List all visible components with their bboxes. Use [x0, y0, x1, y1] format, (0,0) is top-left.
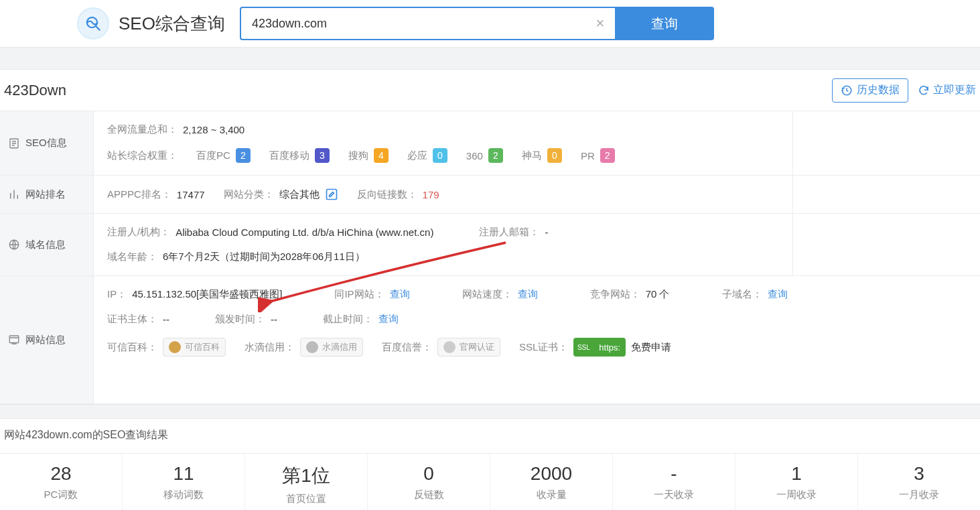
stat-number: 0: [368, 463, 490, 485]
category-value: 综合其他: [279, 188, 320, 201]
document-icon: [8, 137, 20, 149]
weight-badge[interactable]: 0: [433, 148, 447, 163]
stat-caption: PC词数: [0, 489, 122, 501]
registrant-label: 注册人/机构：: [107, 226, 170, 239]
baidu-credit-badge[interactable]: 官网认证: [437, 338, 500, 357]
stat-number: 11: [123, 463, 244, 485]
results-heading: 网站423down.com的SEO查询结果: [0, 419, 980, 454]
weight-item-name: 搜狗: [348, 149, 368, 162]
email-label: 注册人邮箱：: [479, 226, 539, 239]
stat-item[interactable]: 0反链数: [367, 454, 490, 510]
history-button[interactable]: 历史数据: [832, 78, 908, 103]
refresh-icon: [918, 84, 930, 97]
shuidi-label: 水滴信用：: [244, 341, 295, 354]
logo-icon: [77, 7, 109, 40]
weight-badge[interactable]: 2: [488, 148, 503, 163]
stat-number: 1: [736, 463, 857, 485]
stat-caption: 首页位置: [245, 493, 367, 505]
subdomain-label: 子域名：: [722, 288, 762, 301]
stat-caption: 一月收录: [858, 489, 980, 501]
stat-item[interactable]: 28PC词数: [0, 454, 122, 510]
ip-value: 45.151.132.50[美国华盛顿西雅图]: [132, 288, 282, 301]
sameip-label: 同IP网站：: [334, 288, 384, 301]
brand-title: SEO综合查询: [119, 12, 225, 36]
age-label: 域名年龄：: [107, 251, 157, 263]
issue-label: 颁发时间：: [215, 313, 265, 326]
compete-label: 竞争网站：: [590, 288, 640, 301]
section-site-label: 网站信息: [0, 276, 94, 403]
section-rank-label: 网站排名: [0, 176, 94, 213]
stat-number: 28: [0, 463, 122, 485]
stat-caption: 移动词数: [123, 489, 244, 501]
stat-caption: 收录量: [490, 489, 612, 501]
clear-icon[interactable]: ×: [592, 15, 608, 31]
cert-subject-label: 证书主体：: [107, 313, 157, 326]
weight-badge[interactable]: 2: [236, 148, 251, 163]
speed-label: 网站速度：: [462, 288, 512, 301]
stat-number: 3: [858, 463, 980, 485]
category-label: 网站分类：: [224, 188, 274, 201]
search-button[interactable]: 查询: [615, 7, 714, 40]
apppc-label: APPPC排名：: [107, 188, 171, 201]
issue-value: --: [271, 314, 277, 325]
svg-rect-6: [9, 336, 19, 343]
ssl-badge[interactable]: SSLhttps:: [573, 338, 626, 357]
weight-badge[interactable]: 0: [547, 148, 562, 163]
weight-item-name: 百度PC: [196, 149, 230, 162]
weight-item-name: PR: [581, 150, 595, 162]
compete-value: 70 个: [646, 288, 670, 301]
refresh-link[interactable]: 立即更新: [918, 83, 976, 97]
svg-rect-4: [326, 190, 336, 200]
globe-icon: [8, 239, 20, 251]
stat-item[interactable]: 第1位首页位置: [244, 454, 367, 510]
end-query-link[interactable]: 查询: [378, 313, 399, 326]
weight-badge[interactable]: 3: [315, 148, 330, 163]
svg-line-1: [96, 26, 99, 29]
section-domain-label: 域名信息: [0, 214, 94, 275]
stat-number: 2000: [490, 463, 612, 485]
traffic-value: 2,128 ~ 3,400: [183, 124, 244, 135]
apppc-value: 17477: [177, 189, 205, 200]
weight-item-name: 百度移动: [269, 149, 309, 162]
ip-label: IP：: [107, 288, 127, 301]
trust-badge[interactable]: 可信百科: [163, 338, 226, 357]
weight-badge[interactable]: 2: [600, 148, 615, 163]
stat-item[interactable]: 1一周收录: [735, 454, 857, 510]
speed-query-link[interactable]: 查询: [518, 288, 538, 301]
ssl-label: SSL证书：: [519, 341, 568, 354]
registrant-value: Alibaba Cloud Computing Ltd. d/b/a HiChi…: [176, 227, 433, 238]
shuidi-badge[interactable]: 水滴信用: [300, 338, 363, 357]
stat-item[interactable]: 3一月收录: [857, 454, 980, 510]
cert-subject-value: --: [163, 314, 169, 325]
drop-icon: [306, 341, 318, 353]
section-seo-label: SEO信息: [0, 111, 94, 175]
bars-icon: [8, 188, 20, 200]
end-label: 截止时间：: [323, 313, 373, 326]
trust-label: 可信百科：: [107, 341, 157, 354]
stat-number: -: [613, 463, 735, 485]
stat-number: 第1位: [245, 463, 367, 489]
sameip-query-link[interactable]: 查询: [390, 288, 410, 301]
stat-item[interactable]: 2000收录量: [490, 454, 612, 510]
age-value: 6年7个月2天（过期时间为2028年06月11日）: [163, 251, 365, 263]
weight-item-name: 360: [466, 150, 483, 162]
search-input[interactable]: [241, 8, 615, 39]
weight-badge[interactable]: 4: [374, 148, 389, 163]
ssl-apply-link[interactable]: 免费申请: [631, 341, 671, 354]
weight-item-name: 神马: [522, 149, 542, 162]
traffic-label: 全网流量总和：: [107, 123, 178, 136]
search-box: ×: [240, 7, 615, 40]
stat-caption: 一天收录: [613, 489, 735, 501]
ssl-shield-icon: SSL: [573, 338, 593, 357]
backlink-value: 179: [423, 189, 439, 200]
subdomain-query-link[interactable]: 查询: [768, 288, 788, 301]
stat-item[interactable]: 11移动词数: [122, 454, 244, 510]
paw-icon: [443, 341, 456, 353]
stat-caption: 一周收录: [736, 489, 857, 501]
baidu-credit-label: 百度信誉：: [382, 341, 432, 354]
stat-item[interactable]: -一天收录: [612, 454, 735, 510]
page-title: 423Down: [0, 82, 66, 99]
info-icon: [8, 334, 20, 346]
backlink-label: 反向链接数：: [357, 188, 417, 201]
edit-icon[interactable]: [325, 188, 338, 201]
